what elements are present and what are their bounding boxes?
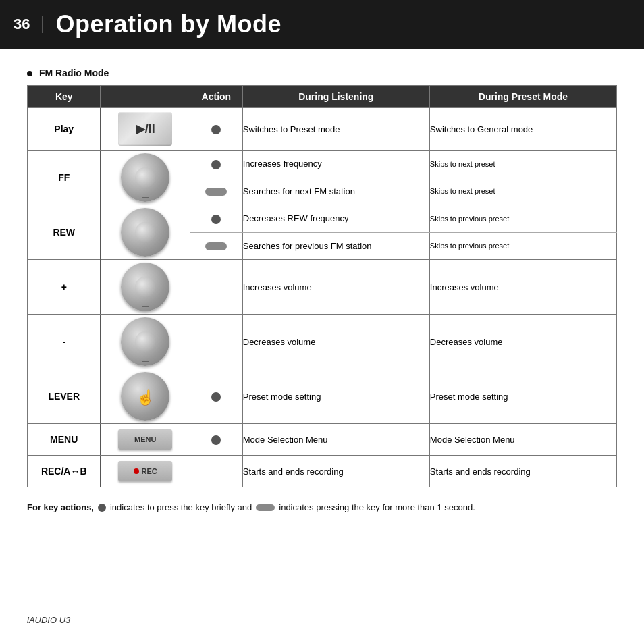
action-plus — [190, 260, 242, 315]
dot-icon — [211, 160, 221, 169]
key-menu: MENU — [28, 424, 101, 456]
key-plus: + — [28, 260, 101, 315]
action-play — [190, 108, 242, 151]
action-minus — [190, 315, 242, 369]
section-label: FM Radio Mode — [27, 68, 617, 78]
dot-icon — [211, 215, 221, 224]
ff-device-image: + — — [118, 153, 172, 202]
play-icon: ▶/II — [136, 122, 155, 136]
img-lever: ☝ — [101, 369, 190, 424]
th-action: Action — [190, 86, 242, 108]
action-ff-2 — [190, 178, 242, 205]
menu-button-image: MENU — [118, 429, 172, 450]
during-rew-1: Decreases REW frequency — [242, 205, 429, 233]
key-rec: REC/A↔B — [28, 456, 101, 487]
key-play: Play — [28, 108, 101, 151]
img-minus: + — — [101, 315, 190, 369]
preset-play: Switches to General mode — [429, 108, 616, 151]
rec-button-image: REC — [118, 461, 172, 481]
during-minus: Decreases volume — [242, 315, 429, 369]
preset-rew-2: Skips to previous preset — [429, 232, 616, 260]
table-row: FF + — Increases frequency Skips to next… — [28, 151, 617, 178]
brief-press-indicator — [98, 504, 106, 512]
preset-plus: Increases volume — [429, 260, 616, 315]
during-ff-2: Searches for next FM station — [242, 178, 429, 205]
key-lever: LEVER — [28, 369, 101, 424]
rec-label: REC — [142, 467, 157, 475]
bullet-icon — [27, 71, 32, 76]
long-press-indicator — [256, 504, 275, 511]
preset-menu: Mode Selection Menu — [429, 424, 616, 456]
th-preset: During Preset Mode — [429, 86, 616, 108]
during-lever: Preset mode setting — [242, 369, 429, 424]
img-rec: REC — [101, 456, 190, 487]
brand-label: iAUDIO U3 — [27, 615, 70, 625]
th-key: Key — [28, 86, 101, 108]
dot-icon — [211, 435, 221, 445]
table-row: REC/A↔B REC Starts and ends recording St… — [28, 456, 617, 487]
footer-text-1: For key actions, — [27, 502, 94, 512]
dot-icon — [211, 125, 221, 134]
action-lever — [190, 369, 242, 424]
during-ff-1: Increases frequency — [242, 151, 429, 178]
action-rec — [190, 456, 242, 487]
key-rew: REW — [28, 205, 101, 260]
action-menu — [190, 424, 242, 456]
lever-device-image: ☝ — [121, 372, 169, 421]
play-device-image: ▶/II — [118, 112, 172, 146]
during-rew-2: Searches for previous FM station — [242, 232, 429, 260]
th-image — [101, 86, 190, 108]
dot-icon — [211, 392, 221, 402]
content-area: FM Radio Mode Key Action During Listenin… — [0, 49, 644, 526]
preset-lever: Preset mode setting — [429, 369, 616, 424]
table-row: Play ▶/II Switches to Preset mode Switch… — [28, 108, 617, 151]
table-row: - + — Decreases volume Decreases volume — [28, 315, 617, 369]
img-play: ▶/II — [101, 108, 190, 151]
menu-label: MENU — [134, 435, 156, 444]
rew-device-image: + — — [118, 208, 172, 257]
minus-device-image: + — — [118, 317, 172, 366]
footer-text-2: indicates to press the key briefly and — [110, 502, 252, 512]
fm-radio-table: Key Action During Listening During Prese… — [27, 85, 617, 487]
preset-minus: Decreases volume — [429, 315, 616, 369]
img-plus: + — — [101, 260, 190, 315]
img-menu: MENU — [101, 424, 190, 456]
action-rew-1 — [190, 205, 242, 233]
long-press-icon — [205, 188, 227, 196]
action-ff-1 — [190, 151, 242, 178]
img-rew: + — — [101, 205, 190, 260]
during-play: Switches to Preset mode — [242, 108, 429, 151]
action-rew-2 — [190, 232, 242, 260]
table-row: + + — Increases volume Increases volume — [28, 260, 617, 315]
long-press-icon — [205, 242, 227, 250]
rec-dot-icon — [134, 468, 139, 474]
footer-note: For key actions, indicates to press the … — [27, 502, 617, 512]
preset-rec: Starts and ends recording — [429, 456, 616, 487]
img-ff: + — — [101, 151, 190, 205]
page-header: 36 Operation by Mode — [0, 0, 644, 49]
table-row: LEVER ☝ Preset mode setting Preset mode … — [28, 369, 617, 424]
during-rec: Starts and ends recording — [242, 456, 429, 487]
key-ff: FF — [28, 151, 101, 205]
plus-device-image: + — — [118, 263, 172, 311]
during-menu: Mode Selection Menu — [242, 424, 429, 456]
page-title: Operation by Mode — [55, 10, 281, 38]
table-row: MENU MENU Mode Selection Menu Mode Selec… — [28, 424, 617, 456]
preset-ff-1: Skips to next preset — [429, 151, 616, 178]
preset-ff-2: Skips to next preset — [429, 178, 616, 205]
footer-text-3: indicates pressing the key for more than… — [279, 502, 475, 512]
table-row: REW + — Decreases REW frequency Skips to… — [28, 205, 617, 233]
during-plus: Increases volume — [242, 260, 429, 315]
key-minus: - — [28, 315, 101, 369]
hand-icon: ☝ — [136, 389, 155, 406]
page-number: 36 — [14, 16, 43, 33]
th-during: During Listening — [242, 86, 429, 108]
preset-rew-1: Skips to previous preset — [429, 205, 616, 233]
